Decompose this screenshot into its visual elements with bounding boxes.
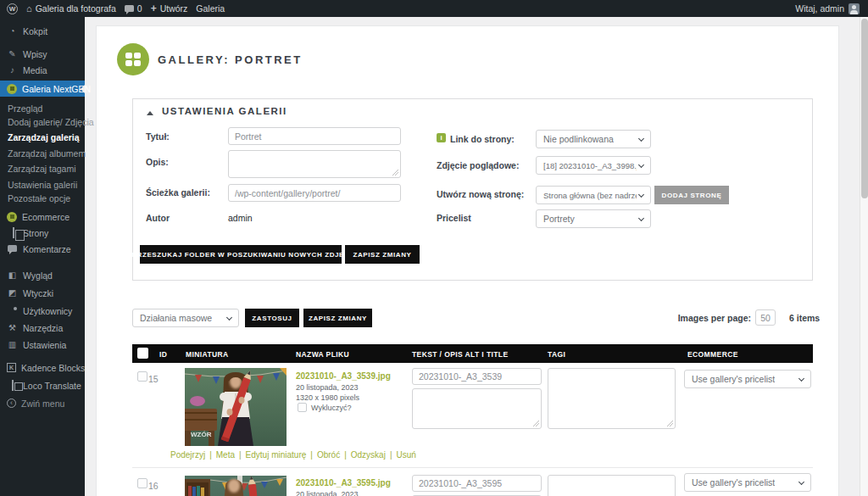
row-checkbox[interactable] bbox=[137, 371, 147, 382]
submenu-label: Ustawienia galerii bbox=[8, 180, 77, 190]
action-meta[interactable]: Meta bbox=[205, 450, 235, 460]
sidebar-sub-przeglad[interactable]: Przegląd bbox=[0, 101, 85, 115]
alt-text-input[interactable] bbox=[412, 475, 542, 492]
sidebar-item-wpisy[interactable]: ✎Wpisy bbox=[0, 46, 85, 62]
page-title: GALLERY: PORTRET bbox=[158, 53, 303, 66]
pricelist-value: Portrety bbox=[543, 214, 575, 224]
sidebar-label: Strony bbox=[23, 228, 48, 238]
chevron-down-icon bbox=[798, 376, 804, 382]
save-changes-button-2[interactable]: ZAPISZ ZMIANY bbox=[303, 309, 372, 327]
submenu-label: Przegląd bbox=[8, 103, 42, 114]
sidebar-item-komentarze[interactable]: Komentarze bbox=[0, 241, 85, 257]
sidebar-item-loco[interactable]: Loco Translate bbox=[0, 377, 85, 393]
sidebar-sub-zarzadzaj-tagami[interactable]: Zarządzaj tagami bbox=[0, 161, 85, 176]
gallery-path-input[interactable] bbox=[228, 184, 401, 202]
select-all-checkbox[interactable] bbox=[137, 348, 148, 359]
chevron-down-icon bbox=[638, 215, 644, 221]
scan-folder-button[interactable]: PRZESZUKAJ FOLDER W POSZUKIWANIU NOWYCH … bbox=[140, 245, 342, 264]
site-link[interactable]: ⌂ Galeria dla fotografa bbox=[26, 3, 116, 14]
title-field-label: Tytuł: bbox=[146, 131, 170, 142]
collapse-panel-icon[interactable] bbox=[147, 111, 153, 115]
wordpress-logo-icon: W bbox=[7, 3, 18, 14]
watermark-text: WZÓR bbox=[191, 431, 212, 438]
exclude-checkbox[interactable] bbox=[298, 403, 307, 412]
chevron-down-icon bbox=[638, 192, 644, 198]
sidebar-sub-dodaj[interactable]: Dodaj galerię/ Zdjęcia bbox=[0, 114, 85, 129]
action-podejrzyj[interactable]: Podejrzyj bbox=[170, 450, 205, 460]
pricelist-select[interactable]: Portrety bbox=[536, 209, 651, 228]
create-page-select[interactable]: Strona główna (bez nadrzędne bbox=[536, 186, 651, 204]
scrollbar-thumb[interactable] bbox=[861, 19, 868, 198]
page-link-value: Nie podlinkowana bbox=[543, 134, 614, 144]
action-edytuj-miniature[interactable]: Edytuj miniaturę bbox=[235, 450, 306, 460]
info-icon: i bbox=[437, 133, 446, 142]
new-content-label: Utwórz bbox=[160, 3, 188, 14]
row-id: 16 bbox=[148, 481, 159, 491]
image-date: 20 listopada, 2023 bbox=[296, 490, 359, 496]
image-dimensions: 1320 x 1980 pixels bbox=[296, 393, 359, 402]
comments-link[interactable]: 0 bbox=[125, 3, 142, 14]
sidebar-label: Wpisy bbox=[23, 49, 47, 59]
sidebar-item-ecommerce[interactable]: Ecommerce bbox=[0, 209, 85, 225]
row-pricelist-select[interactable]: Use gallery's pricelist bbox=[684, 473, 811, 492]
preview-image-value: [18] 20231010-_A3_3998.jpg bbox=[543, 161, 637, 170]
settings-panel: USTAWIENIA GALERII Tytuł: Opis: Ścieżka … bbox=[132, 98, 813, 281]
sidebar-sub-pozostale[interactable]: Pozostałe opcje bbox=[0, 191, 85, 205]
sidebar-item-kadence[interactable]: KKadence Blocks bbox=[0, 359, 85, 376]
sidebar-item-nextgen[interactable]: Galeria NextGEN bbox=[0, 81, 85, 97]
chevron-down-icon bbox=[226, 315, 232, 320]
tags-textarea[interactable] bbox=[548, 475, 676, 496]
submenu-label: Zarządzaj tagami bbox=[8, 164, 76, 174]
thumbnail-image[interactable]: WZÓR bbox=[185, 368, 287, 446]
alt-text-input[interactable] bbox=[412, 368, 542, 385]
sidebar-item-strony[interactable]: Strony bbox=[0, 225, 85, 241]
row-checkbox[interactable] bbox=[137, 478, 147, 488]
table-header: ID MINIATURA NAZWA PLIKU TEKST / OPIS AL… bbox=[132, 344, 813, 363]
thumbnail-image[interactable] bbox=[185, 476, 287, 496]
sidebar-item-kokpit[interactable]: ◔Kokpit bbox=[0, 23, 85, 39]
sidebar-label: Ustawienia bbox=[23, 340, 66, 350]
new-content-link[interactable]: + Utwórz bbox=[151, 3, 188, 14]
bulk-actions-select[interactable]: Działania masowe bbox=[132, 309, 239, 327]
account-greeting[interactable]: Witaj, admin bbox=[795, 3, 844, 14]
save-changes-button[interactable]: ZAPISZ ZMIANY bbox=[345, 245, 420, 264]
sidebar-sub-zarzadzaj-galeria[interactable]: Zarządzaj galerią bbox=[0, 130, 85, 144]
filename-link[interactable]: 20231010-_A3_3539.jpg bbox=[296, 371, 391, 381]
loco-translate-icon bbox=[7, 382, 18, 390]
wordpress-menu[interactable]: W bbox=[7, 3, 18, 14]
column-header-id: ID bbox=[159, 350, 167, 359]
content-card: GALLERY: PORTRET USTAWIENIA GALERII Tytu… bbox=[96, 25, 839, 496]
description-field-label: Opis: bbox=[146, 157, 169, 167]
gallery-title-input[interactable] bbox=[228, 127, 401, 145]
preview-image-label: Zdjęcie poglądowe: bbox=[437, 160, 519, 170]
main-content: GALLERY: PORTRET USTAWIENIA GALERII Tytu… bbox=[85, 17, 868, 496]
action-obroc[interactable]: Obróć bbox=[306, 450, 340, 460]
sidebar-collapse-menu[interactable]: ‹Zwiń menu bbox=[0, 395, 85, 411]
view-page-link[interactable]: Galeria bbox=[196, 3, 225, 14]
sidebar-item-narzedzia[interactable]: ⚒Narzędzia bbox=[0, 320, 85, 336]
sidebar-item-wtyczki[interactable]: ◩Wtyczki bbox=[0, 285, 85, 301]
tags-textarea[interactable] bbox=[548, 368, 676, 429]
sidebar-item-media[interactable]: ♪Media bbox=[0, 62, 85, 78]
title-description-textarea[interactable] bbox=[412, 388, 542, 429]
sidebar-sub-zarzadzaj-albumem[interactable]: Zarządzaj albumem bbox=[0, 146, 85, 160]
action-usun[interactable]: Usuń bbox=[386, 450, 416, 460]
sidebar-item-ustawienia[interactable]: ▥Ustawienia bbox=[0, 337, 85, 353]
filename-link[interactable]: 20231010-_A3_3595.jpg bbox=[296, 478, 391, 488]
sidebar-label: Zwiń menu bbox=[21, 398, 64, 409]
row-pricelist-select[interactable]: Use gallery's pricelist bbox=[684, 370, 811, 388]
sidebar-item-wyglad[interactable]: ◧Wygląd bbox=[0, 267, 85, 283]
items-count: 6 items bbox=[789, 313, 820, 323]
scrollbar[interactable] bbox=[860, 17, 868, 496]
sidebar-item-uzytkownicy[interactable]: Użytkownicy bbox=[0, 303, 85, 319]
chevron-down-icon bbox=[638, 136, 644, 142]
page-link-select[interactable]: Nie podlinkowana bbox=[536, 130, 651, 148]
apply-button[interactable]: ZASTOSUJ bbox=[245, 309, 299, 327]
add-page-button[interactable]: DODAJ STRONĘ bbox=[654, 186, 729, 204]
per-page-input[interactable] bbox=[755, 309, 776, 326]
gallery-description-textarea[interactable] bbox=[228, 150, 401, 178]
page-link-label: Link do strony: bbox=[450, 134, 515, 144]
sidebar-sub-ustawienia-galerii[interactable]: Ustawienia galerii bbox=[0, 177, 85, 192]
action-odzyskaj[interactable]: Odzyskaj bbox=[340, 450, 386, 460]
preview-image-select[interactable]: [18] 20231010-_A3_3998.jpg bbox=[536, 156, 651, 175]
